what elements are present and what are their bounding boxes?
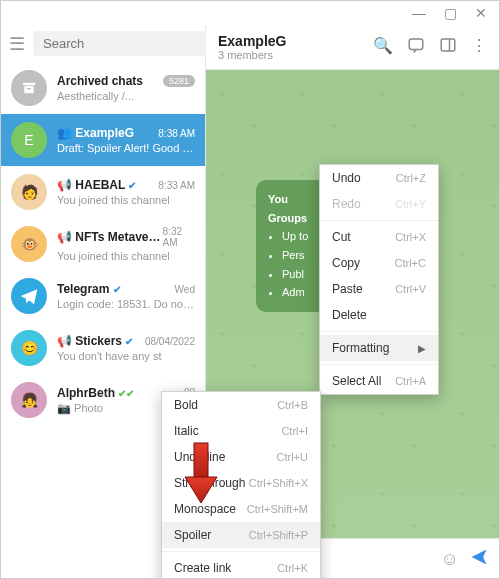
avatar: E xyxy=(11,122,47,158)
chat-name: 👥 ExampleG xyxy=(57,126,134,140)
chat-subtitle: 3 members xyxy=(218,49,286,61)
menu-formatting[interactable]: Formatting▶ xyxy=(320,335,438,361)
menu-cut[interactable]: CutCtrl+X xyxy=(320,224,438,250)
chat-preview: You joined this channel xyxy=(57,194,195,206)
verified-icon: ✔ xyxy=(113,284,121,295)
svg-rect-0 xyxy=(23,83,35,86)
fmt-underline[interactable]: UnderlineCtrl+U xyxy=(162,444,320,470)
chat-name: 📢 NFTs Metaverse... xyxy=(57,230,163,244)
chat-time: Wed xyxy=(175,284,195,295)
svg-rect-3 xyxy=(409,39,423,50)
menu-undo[interactable]: UndoCtrl+Z xyxy=(320,165,438,191)
fmt-italic[interactable]: ItalicCtrl+I xyxy=(162,418,320,444)
chat-name: AlphrBeth ✔✔ xyxy=(57,386,134,400)
chat-title: ExampleG xyxy=(218,33,286,49)
window-titlebar: — ▢ ✕ xyxy=(1,1,499,25)
emoji-icon[interactable]: ☺ xyxy=(441,549,459,570)
svg-rect-2 xyxy=(27,88,31,89)
send-button[interactable] xyxy=(469,547,489,572)
chat-name: 📢 HAEBAL ✔ xyxy=(57,178,136,192)
minimize-button[interactable]: — xyxy=(412,5,426,21)
chat-name: Archived chats xyxy=(57,74,143,88)
svg-rect-4 xyxy=(441,39,455,51)
telegram-icon xyxy=(11,278,47,314)
chat-preview: You joined this channel xyxy=(57,250,195,262)
verified-icon: ✔ xyxy=(128,180,136,191)
chat-name: Telegram ✔ xyxy=(57,282,121,296)
chat-time: 08/04/2022 xyxy=(145,336,195,347)
avatar: 👧 xyxy=(11,382,47,418)
chat-preview: Login code: 18531. Do not giv... xyxy=(57,298,195,310)
chat-telegram[interactable]: Telegram ✔Wed Login code: 18531. Do not … xyxy=(1,270,205,322)
close-button[interactable]: ✕ xyxy=(475,5,487,21)
menu-redo: RedoCtrl+Y xyxy=(320,191,438,217)
archive-icon xyxy=(11,70,47,106)
menu-delete[interactable]: Delete xyxy=(320,302,438,328)
search-icon[interactable]: 🔍 xyxy=(373,36,393,58)
chat-header: ExampleG 3 members 🔍 ⋮ xyxy=(206,25,499,70)
chat-exampleg[interactable]: E 👥 ExampleG8:38 AM Draft: Spoiler Alert… xyxy=(1,114,205,166)
menu-selectall[interactable]: Select AllCtrl+A xyxy=(320,368,438,394)
comments-icon[interactable] xyxy=(407,36,425,58)
chevron-right-icon: ▶ xyxy=(418,343,426,354)
chat-preview: You don't have any st xyxy=(57,350,195,362)
chat-name: 📢 Stickers ✔ xyxy=(57,334,133,348)
fmt-bold[interactable]: BoldCtrl+B xyxy=(162,392,320,418)
fmt-spoiler[interactable]: SpoilerCtrl+Shift+P xyxy=(162,522,320,548)
chat-time: 8:33 AM xyxy=(158,180,195,191)
menu-icon[interactable]: ☰ xyxy=(9,33,25,55)
chat-preview: Draft: Spoiler Alert! Good day! xyxy=(57,142,195,154)
verified-icon: ✔ xyxy=(125,336,133,347)
search-input[interactable] xyxy=(33,31,221,56)
chat-time: 8:38 AM xyxy=(158,128,195,139)
sidepanel-icon[interactable] xyxy=(439,36,457,58)
context-menu: UndoCtrl+Z RedoCtrl+Y CutCtrl+X CopyCtrl… xyxy=(319,164,439,395)
fmt-strikethrough[interactable]: StrikethroughCtrl+Shift+X xyxy=(162,470,320,496)
avatar: 🐵 xyxy=(11,226,47,262)
maximize-button[interactable]: ▢ xyxy=(444,5,457,21)
chat-time: 8:32 AM xyxy=(163,226,195,248)
chat-archived[interactable]: Archived chats5281 Aesthetically /... xyxy=(1,62,205,114)
more-icon[interactable]: ⋮ xyxy=(471,36,487,58)
chat-stickers[interactable]: 😊 📢 Stickers ✔08/04/2022 You don't have … xyxy=(1,322,205,374)
chat-preview: Aesthetically /... xyxy=(57,90,195,102)
unread-badge: 5281 xyxy=(163,75,195,87)
chat-haebal[interactable]: 🧑 📢 HAEBAL ✔8:33 AM You joined this chan… xyxy=(1,166,205,218)
read-checks-icon: ✔✔ xyxy=(118,388,134,399)
avatar: 😊 xyxy=(11,330,47,366)
formatting-submenu: BoldCtrl+B ItalicCtrl+I UnderlineCtrl+U … xyxy=(161,391,321,579)
menu-paste[interactable]: PasteCtrl+V xyxy=(320,276,438,302)
fmt-monospace[interactable]: MonospaceCtrl+Shift+M xyxy=(162,496,320,522)
avatar: 🧑 xyxy=(11,174,47,210)
svg-rect-1 xyxy=(24,86,33,93)
menu-copy[interactable]: CopyCtrl+C xyxy=(320,250,438,276)
chat-nfts[interactable]: 🐵 📢 NFTs Metaverse...8:32 AM You joined … xyxy=(1,218,205,270)
fmt-create-link[interactable]: Create linkCtrl+K xyxy=(162,555,320,579)
